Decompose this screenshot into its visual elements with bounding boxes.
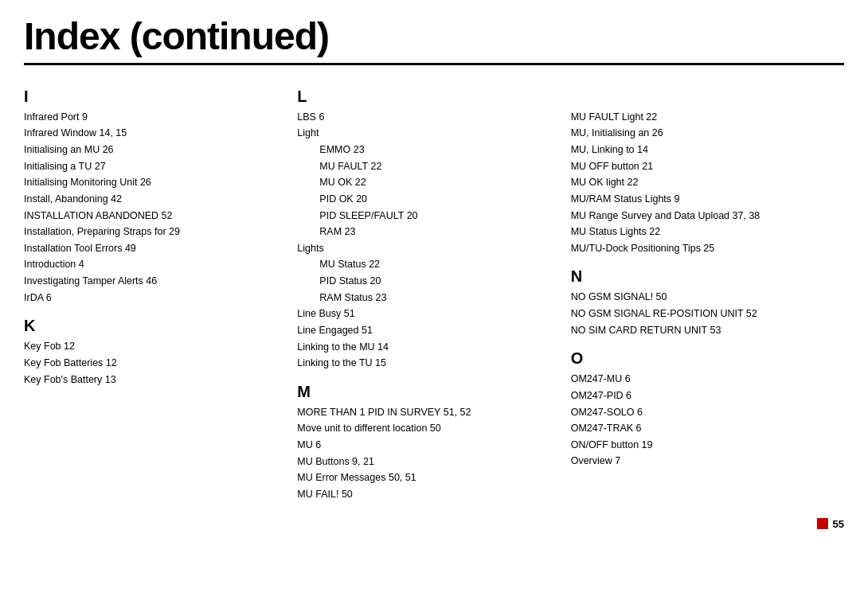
entry-om247-mu: OM247-MU 6 xyxy=(571,371,828,388)
entry-mu-initialising-an: MU, Initialising an 26 xyxy=(571,125,828,142)
entry-lbs: LBS 6 xyxy=(297,109,554,126)
entry-light-ram: RAM 23 xyxy=(297,224,554,240)
entry-light-emmo: EMMO 23 xyxy=(297,142,554,158)
page-number-square xyxy=(817,518,828,529)
entry-light-pid-ok: PID OK 20 xyxy=(297,191,554,208)
entry-initialising-mu: Initialising an MU 26 xyxy=(24,142,281,158)
section-letter-i: I xyxy=(24,88,281,106)
entry-no-gsm-reposition: NO GSM SIGNAL RE-POSITION UNIT 52 xyxy=(571,306,828,322)
page-number-container: 55 xyxy=(817,518,844,530)
entry-install-abandoning: Install, Abandoning 42 xyxy=(24,191,281,208)
entry-irda: IrDA 6 xyxy=(24,290,281,306)
entry-move-unit: Move unit to different location 50 xyxy=(297,420,554,437)
entry-linking-mu: Linking to the MU 14 xyxy=(297,339,554,356)
title-divider xyxy=(24,63,844,65)
section-o: O OM247-MU 6 OM247-PID 6 OM247-SOLO 6 OM… xyxy=(571,349,828,470)
entry-mu-off-button: MU OFF button 21 xyxy=(571,158,828,175)
entry-no-gsm-signal: NO GSM SIGNAL! 50 xyxy=(571,289,828,306)
section-k: K Key Fob 12 Key Fob Batteries 12 Key Fo… xyxy=(24,317,281,388)
column-1: I Infrared Port 9 Infrared Window 14, 15… xyxy=(24,80,297,514)
entry-light-mu-ok: MU OK 22 xyxy=(297,174,554,191)
section-m-continued: M MU FAULT Light 22 MU, Initialising an … xyxy=(571,88,828,257)
entry-mu-tu-dock: MU/TU-Dock Positioning Tips 25 xyxy=(571,240,828,257)
entry-installation-tool-errors: Installation Tool Errors 49 xyxy=(24,240,281,257)
entry-mu-range-survey: MU Range Survey and Data Upload 37, 38 xyxy=(571,208,828,224)
entry-lights-ram-status: RAM Status 23 xyxy=(297,290,554,306)
entry-mu-ok-light: MU OK light 22 xyxy=(571,174,828,191)
section-i: I Infrared Port 9 Infrared Window 14, 15… xyxy=(24,88,281,306)
entry-mu-linking-to: MU, Linking to 14 xyxy=(571,142,828,158)
section-n: N NO GSM SIGNAL! 50 NO GSM SIGNAL RE-POS… xyxy=(571,267,828,338)
section-letter-l: L xyxy=(297,88,554,106)
column-3: M MU FAULT Light 22 MU, Initialising an … xyxy=(571,80,844,514)
entry-infrared-window: Infrared Window 14, 15 xyxy=(24,125,281,142)
entry-mu: MU 6 xyxy=(297,437,554,454)
entry-mu-error-messages: MU Error Messages 50, 51 xyxy=(297,470,554,486)
entry-light-mu-fault: MU FAULT 22 xyxy=(297,158,554,175)
column-2: L LBS 6 Light EMMO 23 MU FAULT 22 MU OK … xyxy=(297,80,570,514)
entry-on-off-button: ON/OFF button 19 xyxy=(571,437,828,454)
entry-mu-status-lights: MU Status Lights 22 xyxy=(571,224,828,240)
entry-lights-pid-status: PID Status 20 xyxy=(297,273,554,290)
section-letter-m: M xyxy=(297,383,554,401)
entry-mu-ram-status-lights: MU/RAM Status Lights 9 xyxy=(571,191,828,208)
page-number: 55 xyxy=(833,518,844,530)
entry-more-than-1-pid: MORE THAN 1 PID IN SURVEY 51, 52 xyxy=(297,404,554,421)
entry-lights-mu-status: MU Status 22 xyxy=(297,256,554,273)
entry-key-fob: Key Fob 12 xyxy=(24,338,281,355)
entry-light: Light xyxy=(297,125,554,142)
entry-linking-tu: Linking to the TU 15 xyxy=(297,355,554,372)
page-container: Index (continued) I Infrared Port 9 Infr… xyxy=(0,0,868,546)
section-letter-n: N xyxy=(571,267,828,286)
page-title: Index (continued) xyxy=(24,16,844,58)
entry-line-engaged: Line Engaged 51 xyxy=(297,322,554,339)
entry-mu-fault-light: MU FAULT Light 22 xyxy=(571,109,828,126)
section-l: L LBS 6 Light EMMO 23 MU FAULT 22 MU OK … xyxy=(297,88,554,372)
entry-lights: Lights xyxy=(297,240,554,257)
section-letter-o: O xyxy=(571,349,828,368)
entry-om247-pid: OM247-PID 6 xyxy=(571,388,828,404)
section-m: M MORE THAN 1 PID IN SURVEY 51, 52 Move … xyxy=(297,383,554,503)
entry-initialising-monitoring: Initialising Monitoring Unit 26 xyxy=(24,174,281,191)
entry-line-busy: Line Busy 51 xyxy=(297,306,554,322)
entry-investigating-tamper: Investigating Tamper Alerts 46 xyxy=(24,273,281,290)
index-columns: I Infrared Port 9 Infrared Window 14, 15… xyxy=(24,80,844,514)
entry-installation-preparing: Installation, Preparing Straps for 29 xyxy=(24,224,281,240)
entry-light-pid-sleep-fault: PID SLEEP/FAULT 20 xyxy=(297,208,554,224)
entry-overview: Overview 7 xyxy=(571,453,828,470)
entry-om247-trak: OM247-TRAK 6 xyxy=(571,420,828,437)
entry-key-fob-battery: Key Fob's Battery 13 xyxy=(24,372,281,388)
entry-initialising-tu: Initialising a TU 27 xyxy=(24,158,281,175)
entry-introduction: Introduction 4 xyxy=(24,256,281,273)
entry-om247-solo: OM247-SOLO 6 xyxy=(571,404,828,421)
section-letter-k: K xyxy=(24,317,281,335)
entry-installation-abandoned: INSTALLATION ABANDONED 52 xyxy=(24,208,281,224)
entry-infrared-port: Infrared Port 9 xyxy=(24,109,281,126)
entry-mu-buttons: MU Buttons 9, 21 xyxy=(297,454,554,470)
entry-key-fob-batteries: Key Fob Batteries 12 xyxy=(24,355,281,372)
entry-mu-fail: MU FAIL! 50 xyxy=(297,486,554,503)
entry-no-sim-card: NO SIM CARD RETURN UNIT 53 xyxy=(571,322,828,339)
